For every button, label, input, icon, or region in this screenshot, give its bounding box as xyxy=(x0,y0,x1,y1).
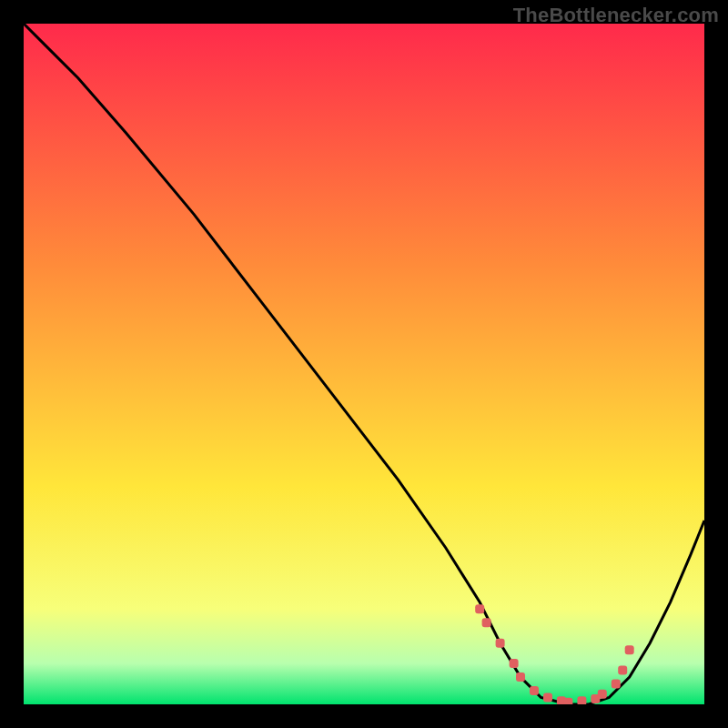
gradient-background xyxy=(24,24,704,704)
marker-point xyxy=(530,686,539,695)
marker-point xyxy=(563,698,572,704)
marker-point xyxy=(618,666,627,675)
plot-area xyxy=(24,24,704,704)
marker-point xyxy=(625,645,634,654)
chart-frame: TheBottlenecker.com xyxy=(0,0,728,728)
marker-point xyxy=(543,693,552,703)
marker-point xyxy=(496,639,505,648)
marker-point xyxy=(510,659,519,668)
marker-point xyxy=(598,690,607,699)
marker-point xyxy=(516,672,525,682)
marker-point xyxy=(577,696,586,704)
watermark-text: TheBottlenecker.com xyxy=(513,4,719,27)
bottleneck-chart xyxy=(24,24,704,704)
marker-point xyxy=(482,618,491,627)
marker-point xyxy=(612,680,621,689)
marker-point xyxy=(475,604,484,613)
